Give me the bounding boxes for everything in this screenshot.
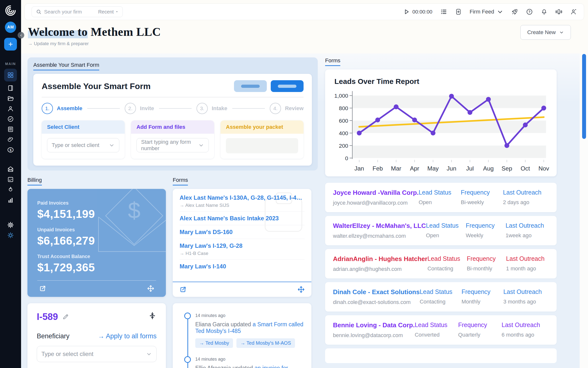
lead-frequency-header[interactable]: Frequency xyxy=(462,288,503,295)
stepper-step-review[interactable]: 4.Review xyxy=(270,103,304,114)
svg-text:200: 200 xyxy=(339,143,348,149)
lead-status-header[interactable]: Lead Status xyxy=(420,288,462,295)
lead-last-outreach-header[interactable]: Last Outreach xyxy=(503,189,549,196)
external-link-icon[interactable] xyxy=(179,286,187,293)
task-list-button[interactable] xyxy=(440,8,447,15)
lead-status-header[interactable]: Lead Status xyxy=(415,321,458,329)
form-number-dropdown[interactable]: Start typing any form number xyxy=(136,138,209,152)
smart-form-secondary-button[interactable] xyxy=(234,80,267,92)
whats-new-button[interactable] xyxy=(511,8,518,15)
lead-name-link[interactable]: WalterEllzey - McMahan's, LLC xyxy=(333,222,426,230)
topbar: Search your firm Recent 00:00:00 Firm Fe… xyxy=(24,3,584,20)
quick-add-button[interactable]: + xyxy=(4,38,17,51)
smart-form-card: Assemble Your Smart Form 1.Assemble2.Inv… xyxy=(33,74,312,166)
lead-name-link[interactable]: Joyce Howard -Vanilla Corp. xyxy=(333,189,419,197)
activity-text: Ellie Afrooznia updated an invoice for G… xyxy=(195,365,304,368)
apply-to-all-forms-link[interactable]: → Apply to all forms xyxy=(98,332,157,340)
sidebar-item-forms[interactable] xyxy=(7,126,14,133)
sidebar-item-theme[interactable] xyxy=(7,232,14,239)
sidebar-item-intakes[interactable] xyxy=(7,84,14,92)
lead-frequency-value: Bi-weekly xyxy=(461,199,503,206)
lead-last-outreach-value: 1 month ago xyxy=(506,265,549,272)
form-list-item: Alex Last Name's Basic Intake 2023 xyxy=(180,211,305,225)
lead-status-header[interactable]: Lead Status xyxy=(426,222,466,229)
form-link[interactable]: Alex Last Name's I-130A, G-28, G-1145, I… xyxy=(180,194,305,201)
chevron-down-icon xyxy=(146,351,152,357)
avatar[interactable]: AM xyxy=(5,22,16,33)
sidebar-collapse-button[interactable]: ‹ xyxy=(18,32,24,39)
form-link[interactable]: Mary Law's I-129, G-28 xyxy=(180,242,305,249)
lead-frequency-header[interactable]: Frequency xyxy=(467,255,506,262)
help-button[interactable]: ? xyxy=(526,8,533,15)
update-firm-link[interactable]: → Update my firm & preparer xyxy=(28,41,161,46)
lead-last-outreach-header[interactable]: Last Outreach xyxy=(506,255,549,262)
pencil-icon[interactable] xyxy=(62,313,69,320)
billing-stat-value: $1,729,365 xyxy=(37,261,156,274)
scrollbar-thumb[interactable] xyxy=(582,54,586,139)
sidebar-item-settings[interactable] xyxy=(7,221,14,229)
report-section-label: Forms xyxy=(325,57,340,66)
svg-text:1,000: 1,000 xyxy=(334,93,348,99)
lead-card: Dinah Cole - Exact Solutionsdinah.cole@e… xyxy=(325,282,557,312)
lead-status-header[interactable]: Lead Status xyxy=(428,255,467,262)
lead-last-outreach-header[interactable]: Last Outreach xyxy=(505,222,549,229)
sidebar-item-tasks[interactable] xyxy=(7,115,14,123)
account-menu-button[interactable] xyxy=(570,8,577,15)
collapse-vertical-icon[interactable] xyxy=(148,312,157,320)
form-link[interactable]: Mary Law's DS-160 xyxy=(180,229,305,236)
svg-text:May: May xyxy=(427,165,439,172)
lead-frequency-header[interactable]: Frequency xyxy=(461,189,503,196)
beneficiary-dropdown[interactable]: Type or select client xyxy=(37,346,157,362)
activity-tag[interactable]: → Ted Mosby xyxy=(195,338,233,348)
stepper-step-assemble[interactable]: 1.Assemble xyxy=(42,103,82,114)
sidebar-item-billing[interactable]: $ xyxy=(7,146,14,154)
sidebar-item-calendar[interactable] xyxy=(7,176,14,183)
search-input[interactable]: Search your firm Recent xyxy=(32,6,123,17)
app-logo-icon[interactable] xyxy=(5,5,16,16)
step-label: Assemble xyxy=(57,105,82,112)
chart-title: Leads Over Time Report xyxy=(334,77,549,86)
search-recent-dropdown[interactable]: Recent xyxy=(98,9,119,15)
lead-frequency-header[interactable]: Frequency xyxy=(466,222,505,229)
create-new-button[interactable]: Create New xyxy=(520,25,571,40)
bell-icon xyxy=(541,8,548,15)
activity-tag[interactable]: → Ted Mosby's M-AOS xyxy=(236,338,295,348)
sidebar-item-contacts[interactable] xyxy=(7,105,14,112)
smart-form-primary-button[interactable] xyxy=(271,80,304,92)
lead-name-link[interactable]: AdrianAnglin - Hughes Hatcher xyxy=(333,255,428,263)
form-link[interactable]: Alex Last Name's Basic Intake 2023 xyxy=(180,215,305,222)
firm-feed-dropdown[interactable]: Firm Feed xyxy=(470,8,503,15)
lead-last-outreach-header[interactable]: Last Outreach xyxy=(503,288,549,295)
plus-box-icon xyxy=(455,8,462,15)
billing-stat-label: Paid Invoices xyxy=(37,200,156,206)
sidebar-item-cases[interactable] xyxy=(7,95,14,102)
move-handle-icon[interactable] xyxy=(147,285,155,292)
billing-stat-label: Trust Account Balance xyxy=(37,254,156,259)
form-list-item: Mary Law's I-140 xyxy=(180,260,305,273)
svg-text:600: 600 xyxy=(339,118,348,124)
lead-status-header[interactable]: Lead Status xyxy=(419,189,461,196)
sidebar-item-reports[interactable] xyxy=(7,196,14,204)
add-entry-button[interactable] xyxy=(455,8,462,15)
lead-last-outreach-header[interactable]: Last Outreach xyxy=(502,321,549,329)
stepper-step-invite[interactable]: 2.Invite xyxy=(125,103,154,114)
lead-frequency-header[interactable]: Frequency xyxy=(458,321,502,329)
lead-name-link[interactable]: Bennie Loving - Data Corp. xyxy=(333,321,415,329)
move-handle-icon[interactable] xyxy=(297,286,305,293)
form-link[interactable]: Mary Law's I-140 xyxy=(180,263,305,270)
activity-timeline: 14 minutes agoEliana Garcia updated a Sm… xyxy=(180,313,304,368)
sidebar-item-leads[interactable] xyxy=(7,186,14,193)
lead-name-link[interactable]: Dinah Cole - Exact Solutions xyxy=(333,288,420,296)
stepper-step-intake[interactable]: 3.Intake xyxy=(196,103,227,114)
notifications-button[interactable] xyxy=(541,8,548,15)
step-connector xyxy=(87,108,120,109)
sidebar-item-dashboard[interactable] xyxy=(4,69,17,81)
external-link-icon[interactable] xyxy=(39,285,47,292)
chevron-down-icon xyxy=(497,8,503,15)
sidebar-item-documents[interactable] xyxy=(7,136,14,143)
billing-stat-label: Unpaid Invoices xyxy=(37,227,156,233)
timer-control[interactable]: 00:00:00 xyxy=(403,8,432,15)
sidebar-item-mail[interactable] xyxy=(7,165,14,173)
select-client-dropdown[interactable]: Type or select client xyxy=(47,138,119,152)
call-button[interactable] xyxy=(555,8,562,15)
